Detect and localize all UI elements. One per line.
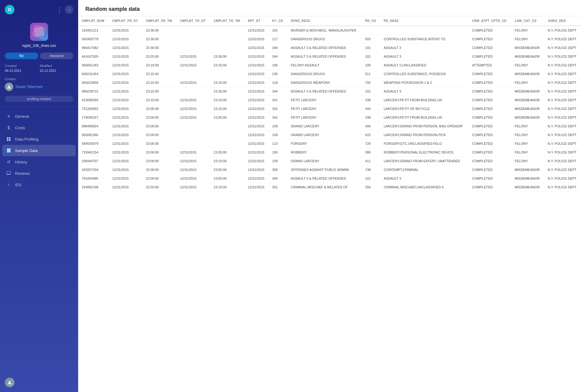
history-icon: ↺	[6, 159, 11, 165]
sidebar-item-sample-data[interactable]: Sample Data	[2, 145, 76, 156]
table-cell-cmplnt_fr_tm: 23:00:00	[142, 131, 176, 139]
table-row: 33844070712/31/201523:00:0012/31/201523:…	[78, 157, 581, 166]
column-header-ky_cd: KY_CD	[269, 16, 287, 26]
table-cell-law_cat_cd: MISDEMEANOR	[511, 44, 544, 52]
table-cell-pd_desc: ASSAULT 3	[380, 44, 469, 52]
table-cell-rpt_dt: 12/31/2015	[244, 61, 269, 70]
table-cell-cmplnt_fr_tm: 23:10:00	[142, 96, 176, 105]
table-cell-pd_cd: 748	[362, 166, 380, 174]
table-cell-cmplnt_fr_dt: 12/31/2015	[109, 105, 142, 113]
sidebar-item-history[interactable]: ↺ History	[0, 156, 78, 168]
column-header-cmplnt_fr_tm: CMPLNT_FR_TM	[142, 16, 176, 26]
table-cell-pd_desc: ASSAULT 3	[380, 52, 469, 61]
table-cell-pd_cd: 386	[362, 148, 380, 157]
table-cell-juris_des: N.Y. POLICE DEPT	[544, 70, 581, 78]
sidebar-item-data-profiling[interactable]: Data Profiling	[0, 133, 78, 145]
svg-rect-1	[7, 137, 8, 139]
table-cell-law_cat_cd: FELONY	[511, 122, 544, 131]
sidebar-item-ids[interactable]: ↑ IDS	[0, 179, 78, 190]
table-cell-crm_atpt_cptd_cd: COMPLETED	[469, 52, 511, 61]
table-row: 76100448512/31/201523:00:0012/31/201523:…	[78, 174, 581, 183]
svg-rect-8	[7, 171, 11, 174]
table-cell-cmplnt_to_tm: 23:10:00	[210, 157, 244, 166]
table-cell-ofns_desc: DANGEROUS WEAPONS	[287, 78, 361, 87]
table-cell-law_cat_cd: MISDEMEANOR	[511, 96, 544, 105]
nav-menu: ≡ General $ Costs Data Profiling Sample …	[0, 109, 78, 192]
table-cell-cmplnt_fr_dt: 12/31/2015	[109, 148, 142, 157]
table-cell-pd_cd: 259	[362, 183, 380, 192]
file-tab[interactable]: file	[5, 53, 38, 59]
table-cell-crm_atpt_cptd_cd: COMPLETED	[469, 96, 511, 105]
column-header-law_cat_cd: LAW_CAT_CD	[511, 16, 544, 26]
table-cell-juris_des: N.Y. POLICE DEPT	[544, 105, 581, 113]
creator-section: Creator Daniel Tebernum	[0, 75, 78, 93]
table-row: 26502385612/31/201523:15:0012/31/201523:…	[78, 78, 581, 87]
table-cell-ky_cd: 109	[269, 131, 287, 139]
more-options-button[interactable]: ⋮	[57, 6, 63, 13]
table-cell-ky_cd: 113	[269, 139, 287, 148]
sidebar-bottom	[0, 373, 78, 392]
table-cell-cmplnt_fr_dt: 12/31/2015	[109, 52, 142, 61]
table-cell-pd_cd: 343	[362, 105, 380, 113]
modified-label: Modified	[40, 64, 73, 68]
table-cell-ky_cd: 341	[269, 96, 287, 105]
table-cell-ky_cd: 117	[269, 35, 287, 44]
table-cell-cmplnt_fr_dt: 12/31/2015	[109, 87, 142, 96]
table-cell-cmplnt_to_tm: 23:30:00	[210, 52, 244, 61]
data-table: CMPLNT_NUMCMPLNT_FR_DTCMPLNT_FR_TMCMPLNT…	[78, 16, 581, 192]
sidebar-item-reviews[interactable]: Reviews	[0, 168, 78, 179]
sidebar-item-label-history: History	[15, 160, 27, 164]
table-cell-cmplnt_fr_dt: 12/31/2015	[109, 174, 142, 183]
svg-rect-6	[7, 150, 11, 151]
table-cell-law_cat_cd: MISDEMEANOR	[511, 70, 544, 78]
table-cell-law_cat_cd: FELONY	[511, 157, 544, 166]
table-cell-cmplnt_num: 415095955	[78, 96, 109, 105]
sidebar-item-costs[interactable]: $ Costs	[0, 122, 78, 133]
table-cell-pd_cd: 338	[362, 113, 380, 122]
table-cell-pd_desc: ROBBERY,PERSONAL ELECTRONIC DEVICE	[380, 148, 469, 157]
table-cell-cmplnt_num: 265023856	[78, 78, 109, 87]
table-cell-pd_desc: CONTEMPT,CRIMINAL	[380, 166, 469, 174]
table-cell-cmplnt_fr_tm: 23:15:00	[142, 78, 176, 87]
user-avatar-bottom[interactable]	[5, 378, 14, 387]
table-cell-cmplnt_fr_dt: 12/31/2015	[109, 78, 142, 87]
sidebar-item-general[interactable]: ≡ General	[0, 111, 78, 122]
table-cell-ofns_desc: FELONY ASSAULT	[287, 61, 361, 70]
table-cell-pd_desc: LARCENY,PETIT FROM BUILDING,UN	[380, 96, 469, 105]
table-row: 73128309212/31/201523:05:0012/31/201523:…	[78, 105, 581, 113]
main-content: Random sample data CMPLNT_NUMCMPLNT_FR_D…	[78, 0, 581, 392]
creator-row: Daniel Tebernum	[5, 83, 73, 91]
sidebar-divider	[0, 107, 78, 107]
sidebar-item-label-general: General	[15, 114, 29, 119]
table-cell-rpt_dt: 12/31/2015	[244, 157, 269, 166]
table-cell-cmplnt_to_dt	[176, 131, 210, 139]
table-cell-cmplnt_to_dt: 12/31/2015	[176, 105, 210, 113]
table-cell-cmplnt_to_dt: 12/31/2015	[176, 157, 210, 166]
table-cell-cmplnt_fr_dt: 12/31/2015	[109, 96, 142, 105]
table-cell-cmplnt_fr_dt: 12/31/2015	[109, 61, 142, 70]
svg-rect-2	[9, 137, 11, 139]
collapse-sidebar-button[interactable]: ‹	[65, 5, 73, 14]
data-table-container[interactable]: CMPLNT_NUMCMPLNT_FR_DTCMPLNT_FR_TMCMPLNT…	[78, 16, 581, 392]
table-cell-pd_cd: 101	[362, 52, 380, 61]
general-icon: ≡	[6, 114, 11, 119]
table-cell-cmplnt_to_dt	[176, 139, 210, 148]
resource-tab[interactable]: resource	[40, 53, 73, 59]
table-cell-cmplnt_num: 989238731	[78, 87, 109, 96]
created-value: 09.12.2021	[5, 69, 38, 72]
column-header-juris_des: JURIS_DES	[544, 16, 581, 26]
table-cell-pd_cd: 101	[362, 44, 380, 52]
table-cell-ky_cd: 341	[269, 105, 287, 113]
table-cell-pd_cd: 411	[362, 157, 380, 166]
table-cell-law_cat_cd: MISDEMEANOR	[511, 105, 544, 113]
table-row: 23489219812/31/201522:55:0012/31/201523:…	[78, 183, 581, 192]
table-row: 98923873112/31/201523:15:0023:30:0012/31…	[78, 87, 581, 96]
table-cell-cmplnt_to_tm	[210, 139, 244, 148]
table-cell-juris_des: N.Y. POLICE DEPT	[544, 139, 581, 148]
table-cell-cmplnt_to_dt: 12/31/2015	[176, 61, 210, 70]
ids-icon: ↑	[6, 182, 11, 187]
creator-name[interactable]: Daniel Tebernum	[16, 85, 43, 89]
table-cell-cmplnt_fr_tm: 23:00:00	[142, 157, 176, 166]
table-row: 56936977812/31/201523:30:0012/31/2015117…	[78, 35, 581, 44]
main-header: Random sample data	[78, 0, 581, 16]
